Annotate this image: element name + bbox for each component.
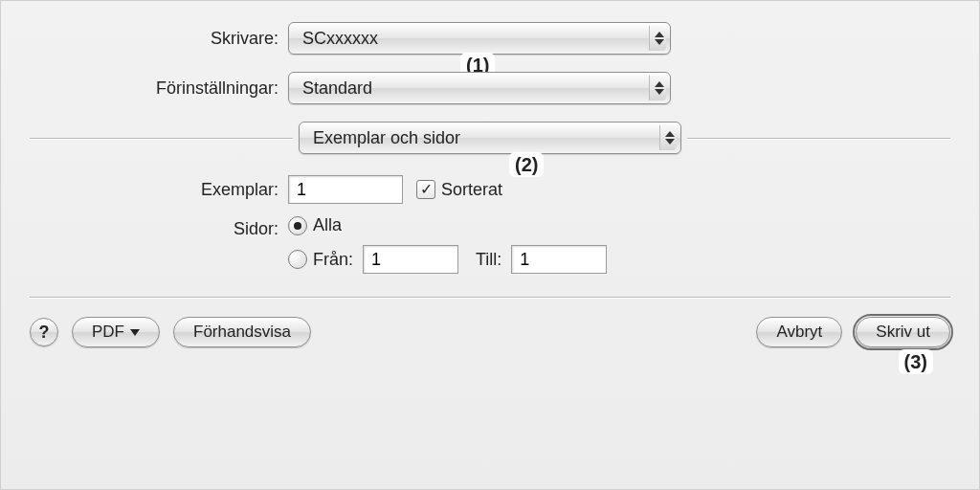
print-dialog: Skrivare: SCxxxxxx (1) Förinställningar:… <box>0 0 980 490</box>
callout-2: (2) <box>509 152 544 177</box>
copies-row: Exemplar: ✓ Sorterat <box>30 175 950 204</box>
panel-popup[interactable]: Exemplar och sidor <box>299 122 681 154</box>
print-button[interactable]: Skriv ut <box>856 317 950 347</box>
pdf-menu-button[interactable]: PDF <box>72 317 160 347</box>
pages-to-label: Till: <box>476 250 501 270</box>
pages-all-radio[interactable] <box>288 216 307 235</box>
callout-3: (3) <box>899 349 933 374</box>
collated-checkbox[interactable]: ✓ <box>416 180 435 199</box>
pages-from-input[interactable] <box>363 245 458 274</box>
collated-label: Sorterat <box>441 180 502 200</box>
pages-label: Sidor: <box>30 215 288 239</box>
presets-row: Förinställningar: Standard <box>30 72 950 104</box>
printer-row: Skrivare: SCxxxxxx (1) <box>30 22 950 55</box>
pages-range-radio[interactable] <box>288 250 307 269</box>
chevron-down-icon <box>130 329 140 336</box>
pages-to-input[interactable] <box>511 245 607 274</box>
presets-label: Förinställningar: <box>30 78 288 99</box>
help-icon: ? <box>39 323 50 343</box>
presets-popup-value: Standard <box>302 78 372 99</box>
help-button[interactable]: ? <box>30 318 58 346</box>
updown-arrows-icon <box>649 26 666 51</box>
cancel-button-label: Avbryt <box>776 323 822 342</box>
radio-dot-icon <box>294 222 301 230</box>
updown-arrows-icon <box>659 125 677 150</box>
cancel-button[interactable]: Avbryt <box>756 317 842 347</box>
copies-input[interactable] <box>288 175 403 204</box>
footer: ? PDF Förhandsvisa Avbryt Skriv ut (3) <box>30 317 950 347</box>
check-icon: ✓ <box>420 182 433 197</box>
pdf-button-label: PDF <box>92 323 124 342</box>
copies-label: Exemplar: <box>30 180 288 200</box>
panel-divider: Exemplar och sidor (2) <box>30 122 950 154</box>
updown-arrows-icon <box>649 76 666 100</box>
preview-button-label: Förhandsvisa <box>193 323 291 342</box>
panel-popup-value: Exemplar och sidor <box>313 128 460 148</box>
presets-popup[interactable]: Standard <box>288 72 671 104</box>
printer-popup-value: SCxxxxxx <box>302 29 378 49</box>
printer-popup[interactable]: SCxxxxxx <box>288 22 671 55</box>
pages-row: Sidor: Alla Från: Till: <box>30 215 950 274</box>
pages-from-label: Från: <box>313 250 353 270</box>
preview-button[interactable]: Förhandsvisa <box>173 317 311 347</box>
printer-label: Skrivare: <box>30 29 288 49</box>
footer-separator <box>30 297 950 298</box>
print-button-label: Skriv ut <box>876 323 930 342</box>
pages-all-label: Alla <box>313 215 342 235</box>
